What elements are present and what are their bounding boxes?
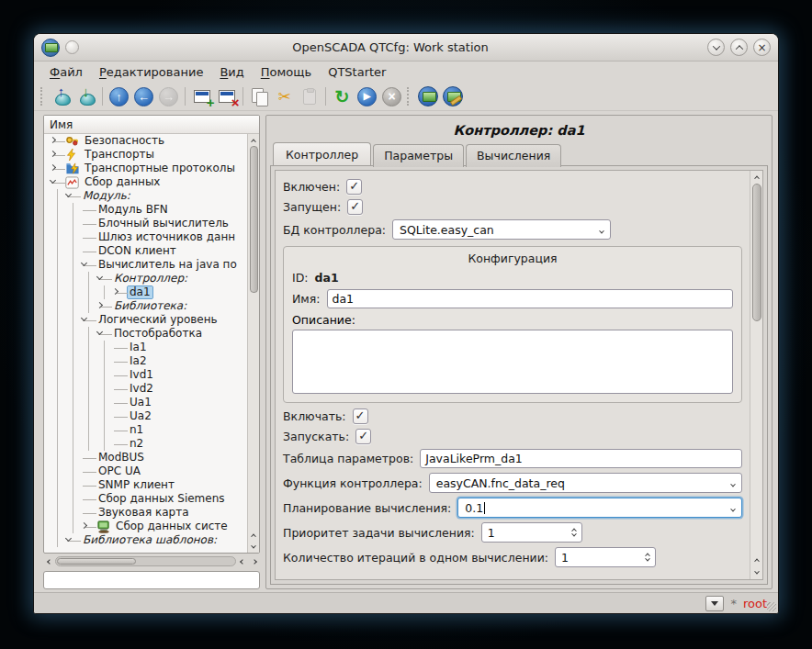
tab-Вычисления[interactable]: Вычисления xyxy=(466,144,561,167)
menu-QTStarter[interactable]: QTStarter xyxy=(320,62,394,82)
expander-collapsed-icon[interactable] xyxy=(50,151,56,157)
expander-collapsed-icon[interactable] xyxy=(96,302,103,308)
start-periodic-update-button[interactable]: ▶ xyxy=(355,84,379,109)
tree-item[interactable]: Ia2 xyxy=(44,354,247,368)
tree-item[interactable]: Сбор данных Siemens xyxy=(44,492,247,506)
tree-item[interactable]: ModBUS xyxy=(44,451,247,464)
expander-expanded-icon[interactable] xyxy=(65,535,72,542)
tree-item[interactable]: Ivd1 xyxy=(44,368,247,382)
enabled-checkbox[interactable] xyxy=(346,179,362,195)
spin-arrows-icon[interactable] xyxy=(646,553,651,562)
tree-item[interactable]: Ia1 xyxy=(44,341,247,354)
expander-expanded-icon[interactable] xyxy=(50,177,56,184)
scroll-left-icon[interactable] xyxy=(236,560,248,564)
form-vertical-scrollbar[interactable] xyxy=(750,171,762,579)
tree-item[interactable]: Звуковая карта xyxy=(44,506,247,520)
tree-item[interactable]: SNMP клиент xyxy=(44,478,247,492)
refresh-item-button[interactable]: ↻ xyxy=(330,84,355,109)
controller-function-combobox[interactable]: easyCAN.fnc_data_req xyxy=(429,473,742,493)
tree-item[interactable]: Шлюз источников данн xyxy=(44,230,247,244)
copy-item-button[interactable] xyxy=(247,84,272,109)
description-textarea[interactable] xyxy=(292,330,733,394)
cut-item-button[interactable]: ✂ xyxy=(272,84,297,109)
close-button[interactable]: × xyxy=(753,39,771,56)
tree-item[interactable]: Библиотека шаблонов: xyxy=(44,533,247,547)
expander-expanded-icon[interactable] xyxy=(81,315,87,321)
delete-item-button[interactable]: × xyxy=(214,84,239,109)
menu-Вид[interactable]: Вид xyxy=(211,62,252,82)
tree-item[interactable]: DCON клиент xyxy=(44,244,247,258)
scroll-up-icon[interactable] xyxy=(248,529,259,541)
scroll-down-icon[interactable] xyxy=(750,566,762,579)
tree-filter-input[interactable] xyxy=(43,571,260,589)
tree-hscroll-thumb[interactable] xyxy=(57,558,136,565)
menu-Редактирование[interactable]: Редактирование xyxy=(91,62,211,82)
tree-item[interactable]: Блочный вычислитель xyxy=(44,217,247,230)
controller-db-combobox[interactable]: SQLite.easy_can xyxy=(392,219,611,240)
resize-grip[interactable] xyxy=(767,602,776,611)
expander-collapsed-icon[interactable] xyxy=(81,522,87,529)
expander-expanded-icon[interactable] xyxy=(96,329,103,335)
tree-item[interactable]: Модуль: xyxy=(44,189,247,203)
name-input[interactable]: da1 xyxy=(327,289,733,308)
tree-item[interactable]: Библиотека: xyxy=(44,299,247,313)
scroll-up-icon[interactable] xyxy=(750,171,762,184)
tree-item[interactable]: Транспорты xyxy=(44,148,247,162)
iterations-spinbox[interactable]: 1 xyxy=(555,547,656,567)
tree-item[interactable]: da1 xyxy=(44,285,247,299)
maximize-button[interactable] xyxy=(730,39,748,56)
expander-expanded-icon[interactable] xyxy=(81,260,87,266)
tree-column-header[interactable]: Имя xyxy=(44,116,259,134)
go-back-button[interactable]: ← xyxy=(131,84,156,109)
tree-item[interactable]: Безопасность xyxy=(44,134,247,148)
qtstarter-config-button[interactable] xyxy=(415,84,440,109)
tree-vertical-scrollbar[interactable] xyxy=(247,134,259,553)
priority-spinbox[interactable]: 1 xyxy=(481,522,582,543)
add-item-button[interactable]: + xyxy=(189,84,214,109)
form-scroll-thumb[interactable] xyxy=(752,184,761,321)
titlebar[interactable]: OpenSCADA QTCfg: Work station × xyxy=(34,34,778,62)
tree-item[interactable]: Контроллер: xyxy=(44,272,247,285)
expander-collapsed-icon[interactable] xyxy=(50,164,56,171)
tab-Параметры[interactable]: Параметры xyxy=(373,144,464,167)
tree-item[interactable]: Логический уровень xyxy=(44,313,247,327)
scroll-right-icon[interactable] xyxy=(248,560,260,564)
load-from-db-button[interactable]: ↑ xyxy=(49,84,73,109)
to-start-checkbox[interactable] xyxy=(355,429,371,444)
tree-item[interactable]: Ua2 xyxy=(44,409,247,423)
menu-Файл[interactable]: Файл xyxy=(41,62,91,82)
qtstarter-launch-button[interactable] xyxy=(440,84,465,109)
toolbar-handle[interactable] xyxy=(407,87,412,106)
expander-expanded-icon[interactable] xyxy=(96,274,103,280)
toolbar-handle[interactable] xyxy=(40,87,46,106)
save-to-db-button[interactable]: ↓ xyxy=(73,84,98,109)
tree-scroll-thumb[interactable] xyxy=(250,146,258,293)
scroll-down-icon[interactable] xyxy=(248,541,259,553)
tree-item[interactable]: Транспортные протоколы xyxy=(44,162,247,175)
tree-item[interactable]: Сбор данных xyxy=(44,175,247,189)
expander-expanded-icon[interactable] xyxy=(65,191,72,197)
tree-item[interactable]: Постобработка xyxy=(44,327,247,341)
tree-item[interactable]: n1 xyxy=(44,423,247,437)
window-menu-button[interactable] xyxy=(65,40,79,54)
expander-collapsed-icon[interactable] xyxy=(50,137,56,143)
tree-item[interactable]: n2 xyxy=(44,437,247,451)
tree-item[interactable]: Вычислитель на java по xyxy=(44,258,247,272)
tree-item[interactable]: OPC UA xyxy=(44,464,247,478)
running-checkbox[interactable] xyxy=(347,199,363,215)
shade-button[interactable] xyxy=(707,39,725,56)
tree-item[interactable]: Сбор данных систе xyxy=(44,520,247,533)
stop-periodic-update-button[interactable]: × xyxy=(379,84,404,109)
expander-collapsed-icon[interactable] xyxy=(112,288,118,295)
menu-Помощь[interactable]: Помощь xyxy=(253,62,320,82)
scroll-up-icon[interactable] xyxy=(750,554,762,566)
tree-item[interactable]: Ivd2 xyxy=(44,382,247,396)
tree-item[interactable]: Модуль BFN xyxy=(44,203,247,217)
scroll-left-icon[interactable] xyxy=(43,560,55,564)
tree-item[interactable]: Ua1 xyxy=(44,396,247,409)
tree-horizontal-scrollbar[interactable] xyxy=(43,555,260,567)
scroll-up-icon[interactable] xyxy=(248,134,259,146)
tab-Контроллер[interactable]: Контроллер xyxy=(273,142,371,165)
param-table-input[interactable]: JavaLikePrm_da1 xyxy=(420,449,742,468)
statusbar-combobox[interactable] xyxy=(705,596,724,611)
